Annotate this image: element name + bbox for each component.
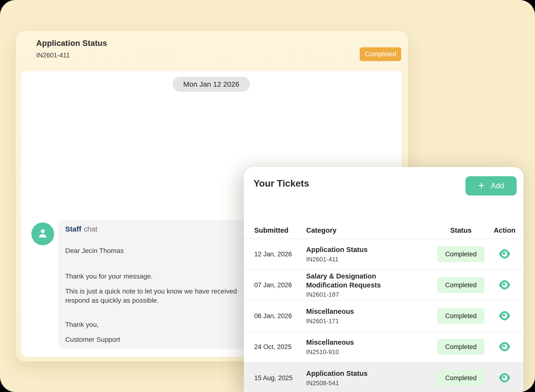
page-title: Application Status [36,39,107,48]
view-ticket-button[interactable] [498,341,511,352]
page-background: Application Status IN2601-411 Completed … [0,0,535,392]
table-row: 24 Oct, 2025 Miscellaneous IN2510-910 Co… [244,332,523,363]
table-row: 07 Jan, 2026 Salary & Designation Modifi… [244,270,523,301]
table-row: 15 Aug, 2025 Application Status IN2508-5… [244,363,523,392]
add-button[interactable]: + Add [465,176,517,196]
cell-status: Completed [430,370,492,386]
cell-submitted: 12 Jan, 2026 [254,251,306,258]
column-header-submitted: Submitted [254,226,306,234]
cell-category: Miscellaneous IN2510-910 [306,338,430,356]
status-badge: Completed [437,308,485,324]
your-tickets-card: Your Tickets + Add Submitted Category St… [244,167,523,392]
category-title: Miscellaneous [306,338,395,347]
eye-icon [499,249,511,260]
category-title: Application Status [306,369,395,378]
category-ticket-id: IN2601-187 [306,291,430,298]
category-ticket-id: IN2601-411 [306,256,430,263]
eye-icon [499,372,511,384]
eye-icon [499,310,511,322]
chat-line-2a: This is just a quick note to let you kno… [65,287,237,295]
chat-author-name: Staff [65,225,81,233]
cell-action [492,249,517,260]
cell-status: Completed [430,277,492,293]
cell-status: Completed [430,246,492,262]
view-ticket-button[interactable] [498,249,511,260]
cell-submitted: 07 Jan, 2026 [254,281,306,289]
add-button-label: Add [491,182,504,190]
view-ticket-button[interactable] [498,280,511,291]
cell-category: Miscellaneous IN2601-171 [306,307,430,325]
cell-submitted: 24 Oct, 2025 [254,343,306,351]
cell-action [492,280,517,291]
column-header-action: Action [492,226,517,234]
application-ticket-id: IN2601-411 [36,52,70,59]
category-ticket-id: IN2601-171 [306,317,430,325]
table-row: 06 Jan, 2026 Miscellaneous IN2601-171 Co… [244,301,523,332]
status-badge: Completed [437,339,485,355]
category-ticket-id: IN2510-910 [306,348,430,356]
avatar [31,223,54,245]
status-badge: Completed [437,277,485,293]
table-row: 12 Jan, 2026 Application Status IN2601-4… [244,239,523,270]
view-ticket-button[interactable] [498,372,511,384]
cell-action [492,310,517,322]
eye-icon [499,280,511,291]
person-icon [36,227,49,241]
cell-submitted: 06 Jan, 2026 [254,312,306,320]
plus-icon: + [478,180,485,191]
status-badge: Completed [360,47,401,61]
chat-date-pill: Mon Jan 12 2026 [173,77,250,92]
status-badge: Completed [437,246,485,262]
cell-category: Application Status IN2601-411 [306,245,430,263]
eye-icon [499,341,511,353]
view-ticket-button[interactable] [498,310,511,322]
tickets-title: Your Tickets [253,178,309,189]
cell-action [492,341,517,352]
column-header-category: Category [306,226,430,234]
category-ticket-id: IN2508-541 [306,379,430,387]
table-header-row: Submitted Category Status Action [244,222,523,239]
tickets-table: Submitted Category Status Action 12 Jan,… [244,222,523,392]
application-status-header: Application Status IN2601-411 Completed [16,31,408,71]
column-header-status: Status [430,226,492,234]
screen: Application Status IN2601-411 Completed … [0,0,535,392]
category-title: Application Status [306,245,395,254]
status-badge: Completed [437,370,485,386]
chat-author-suffix: chat [84,225,98,233]
chat-line-2b: respond as quickly as possible. [65,297,159,304]
cell-action [492,372,517,384]
cell-status: Completed [430,339,492,355]
cell-submitted: 15 Aug, 2025 [254,374,306,382]
cell-status: Completed [430,308,492,324]
cell-category: Application Status IN2508-541 [306,369,430,387]
category-title: Miscellaneous [306,307,395,316]
cell-category: Salary & Designation Modification Reques… [306,272,430,298]
category-title: Salary & Designation Modification Reques… [306,272,395,289]
